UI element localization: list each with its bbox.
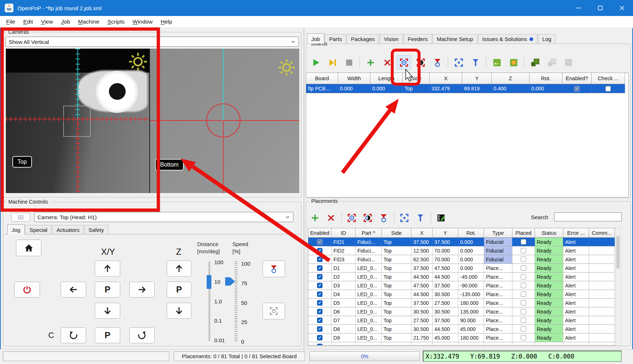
tab-special[interactable]: Special bbox=[25, 225, 52, 234]
camera-feed-top[interactable]: Top bbox=[6, 49, 149, 193]
placements-table-row[interactable]: ✓FID3Fiduci...Top62.50070.0000.000Fiduci… bbox=[308, 255, 615, 264]
menu-window[interactable]: Window bbox=[129, 16, 157, 28]
collapse-jog-button[interactable] bbox=[11, 213, 30, 222]
tab-safety[interactable]: Safety bbox=[84, 225, 109, 234]
placements-table-row[interactable]: ✓D4LED_0...Top44.50030.500-135.000Place.… bbox=[308, 290, 615, 299]
edit-placement-feeder-button[interactable] bbox=[435, 212, 447, 224]
placements-scrollbar[interactable] bbox=[615, 228, 621, 345]
column-header[interactable]: Comm... bbox=[589, 228, 615, 238]
menu-job[interactable]: Job bbox=[57, 16, 74, 28]
park-camera-button[interactable] bbox=[263, 303, 285, 319]
tab-machine-setup[interactable]: Machine Setup bbox=[433, 34, 478, 44]
menu-file[interactable]: File bbox=[2, 16, 19, 28]
jog-y-plus-button[interactable] bbox=[95, 261, 120, 277]
menu-edit[interactable]: Edit bbox=[19, 16, 37, 28]
placements-table-row[interactable]: ✓FID1Fiduci...Top37.50037.5000.000Fiduci… bbox=[308, 238, 615, 246]
checkbox[interactable]: ✓ bbox=[317, 248, 322, 253]
stop-job-button[interactable] bbox=[342, 56, 356, 69]
add-placement-button[interactable] bbox=[309, 212, 321, 224]
jog-c-cw-button[interactable] bbox=[129, 327, 155, 343]
remove-placement-button[interactable] bbox=[325, 212, 337, 224]
placements-table-row[interactable]: ✓D1LED_0...Top37.50047.5000.000Place...✓… bbox=[308, 264, 615, 273]
column-header[interactable]: X bbox=[411, 228, 433, 238]
position-tool-button[interactable] bbox=[430, 56, 444, 69]
checkbox[interactable]: ✓ bbox=[521, 300, 526, 306]
jog-y-minus-button[interactable] bbox=[95, 303, 120, 319]
tab-packages[interactable]: Packages bbox=[346, 34, 379, 44]
jog-z-minus-button[interactable] bbox=[167, 303, 191, 319]
column-header[interactable]: Error ... bbox=[563, 228, 589, 238]
checkbox[interactable]: ✓ bbox=[574, 86, 580, 91]
menu-view[interactable]: View bbox=[37, 16, 57, 28]
column-header[interactable]: Type bbox=[484, 228, 512, 238]
column-header[interactable]: Length bbox=[370, 73, 403, 84]
checkbox[interactable]: ✓ bbox=[521, 318, 526, 323]
distance-slider-handle[interactable] bbox=[207, 275, 211, 289]
placements-table-row[interactable]: ✓D2LED_0...Top44.50044.500-45.000Place..… bbox=[308, 273, 615, 281]
checkbox[interactable]: ✓ bbox=[521, 283, 526, 288]
park-tool-button[interactable] bbox=[263, 261, 285, 277]
capture-tool-location-button[interactable] bbox=[414, 56, 427, 69]
position-camera-placement-button[interactable] bbox=[398, 212, 410, 224]
checkbox[interactable]: ✓ bbox=[317, 291, 322, 297]
tab-job[interactable]: Job bbox=[307, 33, 324, 44]
start-job-button[interactable] bbox=[309, 56, 322, 69]
fiducial-check-button[interactable] bbox=[507, 56, 520, 69]
menu-machine[interactable]: Machine bbox=[74, 16, 104, 28]
checkbox[interactable]: ✓ bbox=[521, 265, 526, 271]
checkbox[interactable]: ✓ bbox=[521, 291, 526, 297]
column-header[interactable]: Rot. bbox=[529, 73, 563, 84]
position-camera-button[interactable] bbox=[452, 56, 466, 69]
checkbox[interactable]: ✓ bbox=[317, 335, 322, 340]
home-button[interactable] bbox=[16, 240, 41, 256]
menu-help[interactable]: Help bbox=[157, 16, 176, 28]
checkbox[interactable]: ✓ bbox=[317, 326, 322, 332]
column-header[interactable]: Y bbox=[462, 73, 492, 84]
menu-scripts[interactable]: Scripts bbox=[104, 16, 129, 28]
distance-slider-track[interactable] bbox=[208, 261, 210, 341]
column-header[interactable]: Enabled? bbox=[563, 73, 592, 84]
panel-splitter[interactable] bbox=[304, 28, 304, 349]
column-header[interactable]: Z bbox=[492, 73, 529, 84]
column-header[interactable]: Y bbox=[433, 228, 458, 238]
position-z-button[interactable]: P bbox=[167, 282, 191, 298]
jog-x-minus-button[interactable] bbox=[61, 282, 86, 298]
checkbox[interactable]: ✓ bbox=[317, 257, 322, 262]
column-header[interactable]: ID bbox=[332, 228, 356, 238]
checkbox[interactable]: ✓ bbox=[521, 309, 526, 314]
jog-c-ccw-button[interactable] bbox=[61, 327, 86, 343]
placements-table-row[interactable]: ✓D8LED_0...Top30.50044.50045.000Place...… bbox=[308, 325, 615, 334]
placements-table-row[interactable]: ✓D5LED_0...Top37.50027.500180.000Place..… bbox=[308, 299, 615, 307]
checkbox[interactable]: ✓ bbox=[317, 344, 322, 345]
position-camera-z-placement-button[interactable] bbox=[414, 212, 426, 224]
column-header[interactable]: Width bbox=[338, 73, 370, 84]
placements-table-row[interactable]: ✓ bbox=[308, 342, 615, 345]
panelize-xout-button[interactable] bbox=[561, 56, 575, 69]
capture-camera-placement-button[interactable] bbox=[345, 212, 358, 224]
position-xy-button[interactable]: P bbox=[95, 282, 120, 298]
column-header[interactable]: Placed bbox=[512, 228, 535, 238]
column-header[interactable]: Enabled bbox=[308, 228, 332, 238]
step-job-button[interactable] bbox=[325, 56, 339, 69]
jog-x-plus-button[interactable] bbox=[129, 282, 155, 298]
panelize-button[interactable] bbox=[528, 56, 542, 69]
camera-feed-bottom[interactable]: Bottom bbox=[150, 49, 299, 193]
checkbox[interactable]: ✓ bbox=[521, 335, 526, 340]
checkbox[interactable]: ✓ bbox=[317, 283, 322, 288]
column-header[interactable]: Board bbox=[306, 73, 338, 84]
tab-log[interactable]: Log bbox=[538, 34, 556, 44]
power-button[interactable] bbox=[14, 282, 40, 298]
placements-table-row[interactable]: ✓FID2Fiduci...Top12.50070.0000.000Fiduci… bbox=[308, 246, 615, 255]
column-header[interactable]: Side bbox=[382, 228, 411, 238]
column-header[interactable]: X bbox=[430, 73, 462, 84]
position-camera-z-button[interactable] bbox=[468, 56, 482, 69]
tab-actuators[interactable]: Actuators bbox=[52, 225, 84, 234]
maximize-button[interactable] bbox=[589, 0, 611, 16]
two-placements-button[interactable] bbox=[490, 56, 504, 69]
tab-feeders[interactable]: Feeders bbox=[403, 34, 432, 44]
checkbox[interactable]: ✓ bbox=[317, 309, 322, 314]
column-header[interactable]: Check ... bbox=[592, 73, 625, 84]
panelize-fiducial-button[interactable] bbox=[545, 56, 559, 69]
column-header[interactable]: Part ^ bbox=[356, 228, 382, 238]
scrollbar-thumb[interactable] bbox=[616, 236, 620, 269]
